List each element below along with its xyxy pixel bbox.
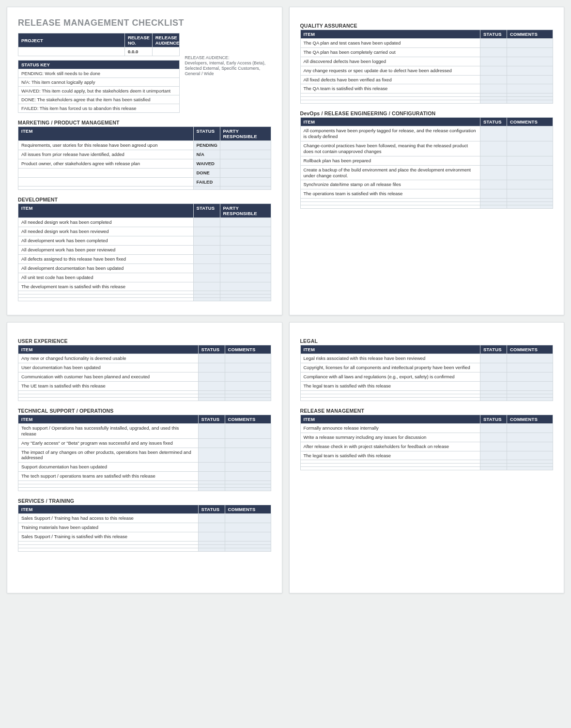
cell-party[interactable] [220, 282, 271, 291]
cell-item[interactable]: All discovered defects have been logged [300, 57, 480, 66]
cell-comments[interactable] [225, 423, 271, 438]
cell-item[interactable]: All defects assigned to this release hav… [18, 254, 194, 263]
cell-status[interactable] [198, 382, 225, 391]
cell-item[interactable]: The legal team is satisfied with this re… [300, 382, 480, 391]
cell-party[interactable] [220, 263, 271, 273]
cell-item[interactable]: The QA plan has been completely carried … [300, 47, 480, 57]
cell-status[interactable] [193, 246, 220, 255]
cell-status[interactable] [193, 282, 220, 291]
release-no-value[interactable]: 0.0.0 [125, 47, 153, 56]
cell-comments[interactable] [507, 442, 553, 451]
cell-comments[interactable] [507, 382, 553, 391]
cell-item[interactable]: All fixed defects have been verified as … [300, 75, 480, 84]
cell-item[interactable]: After release check in with project stak… [300, 442, 480, 451]
cell-status[interactable] [193, 236, 220, 246]
cell-item[interactable]: Create a backup of the build environment… [300, 165, 480, 180]
cell-comments[interactable] [225, 544, 271, 548]
cell-status[interactable] [480, 390, 507, 394]
cell-party[interactable] [220, 150, 271, 159]
cell-status[interactable] [480, 57, 507, 66]
cell-item[interactable]: Rollback plan has been prepared [300, 156, 480, 165]
cell-comments[interactable] [507, 180, 553, 189]
cell-comments[interactable] [225, 448, 271, 463]
cell-status[interactable] [480, 442, 507, 451]
cell-party[interactable] [220, 177, 271, 186]
cell-party[interactable] [220, 298, 271, 301]
cell-item[interactable] [300, 97, 480, 100]
cell-item[interactable] [18, 291, 194, 294]
cell-status[interactable] [198, 544, 225, 548]
cell-item[interactable] [300, 464, 480, 467]
cell-item[interactable] [18, 541, 199, 544]
cell-item[interactable]: The QA plan and test cases have been upd… [300, 39, 480, 48]
cell-party[interactable] [220, 227, 271, 236]
cell-comments[interactable] [225, 397, 271, 401]
cell-comments[interactable] [225, 382, 271, 391]
cell-comments[interactable] [507, 451, 553, 460]
cell-item[interactable] [18, 484, 199, 488]
cell-status[interactable] [198, 514, 225, 523]
cell-item[interactable] [18, 294, 194, 298]
cell-status[interactable] [480, 126, 507, 141]
cell-status[interactable]: DONE [193, 168, 220, 177]
cell-party[interactable] [220, 291, 271, 294]
cell-item[interactable]: Communication with customer has been pla… [18, 372, 199, 382]
cell-item[interactable] [300, 467, 480, 470]
cell-status[interactable] [480, 451, 507, 460]
cell-party[interactable] [220, 254, 271, 263]
cell-status[interactable] [198, 423, 225, 438]
cell-status[interactable] [480, 397, 507, 401]
cell-comments[interactable] [507, 141, 553, 156]
cell-item[interactable] [18, 394, 199, 397]
cell-item[interactable] [300, 93, 480, 97]
cell-status[interactable] [198, 523, 225, 532]
cell-item[interactable]: Any "Early access" or "Beta" program was… [18, 438, 199, 448]
cell-status[interactable] [198, 448, 225, 463]
cell-status[interactable] [480, 141, 507, 156]
cell-status[interactable] [193, 254, 220, 263]
cell-party[interactable] [220, 218, 271, 227]
cell-status[interactable] [193, 227, 220, 236]
cell-status[interactable] [198, 532, 225, 541]
cell-item[interactable]: Formally announce release internally [300, 423, 480, 433]
cell-item[interactable]: The UE team is satisfied with this relea… [18, 382, 199, 391]
cell-comments[interactable] [507, 100, 553, 104]
cell-item[interactable]: Support documentation has been updated [18, 463, 199, 472]
cell-status[interactable] [193, 294, 220, 298]
cell-item[interactable]: The QA team is satisfied with this relea… [300, 84, 480, 93]
cell-status[interactable] [480, 189, 507, 199]
cell-party[interactable] [220, 159, 271, 168]
cell-comments[interactable] [225, 514, 271, 523]
cell-item[interactable]: All development work has been completed [18, 236, 194, 246]
cell-status[interactable] [198, 548, 225, 551]
cell-item[interactable]: The impact of any changes on other produ… [18, 448, 199, 463]
cell-item[interactable] [300, 199, 480, 202]
cell-party[interactable] [220, 273, 271, 282]
cell-comments[interactable] [507, 165, 553, 180]
cell-status[interactable] [198, 354, 225, 363]
cell-item[interactable]: All needed design work has been reviewed [18, 227, 194, 236]
cell-status[interactable]: FAILED [193, 177, 220, 186]
cell-item[interactable] [18, 390, 199, 394]
cell-item[interactable]: All development work has been peer revie… [18, 246, 194, 255]
cell-status[interactable] [480, 199, 507, 202]
cell-status[interactable] [480, 39, 507, 48]
cell-comments[interactable] [507, 39, 553, 48]
cell-item[interactable]: Copyright, licenses for all components a… [300, 363, 480, 372]
cell-item[interactable]: All development documentation has been u… [18, 263, 194, 273]
cell-item[interactable] [300, 390, 480, 394]
release-audience-value[interactable] [152, 47, 180, 56]
cell-item[interactable]: User documentation has been updated [18, 363, 199, 372]
cell-item[interactable]: Any change requests or spec update due t… [300, 66, 480, 75]
cell-status[interactable] [198, 488, 225, 491]
cell-item[interactable] [18, 397, 199, 401]
cell-item[interactable] [18, 544, 199, 548]
cell-item[interactable] [300, 205, 480, 209]
cell-party[interactable] [220, 246, 271, 255]
cell-status[interactable] [480, 354, 507, 363]
cell-comments[interactable] [225, 390, 271, 394]
cell-item[interactable] [18, 481, 199, 484]
cell-item[interactable]: Product owner, other stakeholders agree … [18, 159, 194, 168]
cell-comments[interactable] [507, 75, 553, 84]
cell-item[interactable] [300, 394, 480, 397]
